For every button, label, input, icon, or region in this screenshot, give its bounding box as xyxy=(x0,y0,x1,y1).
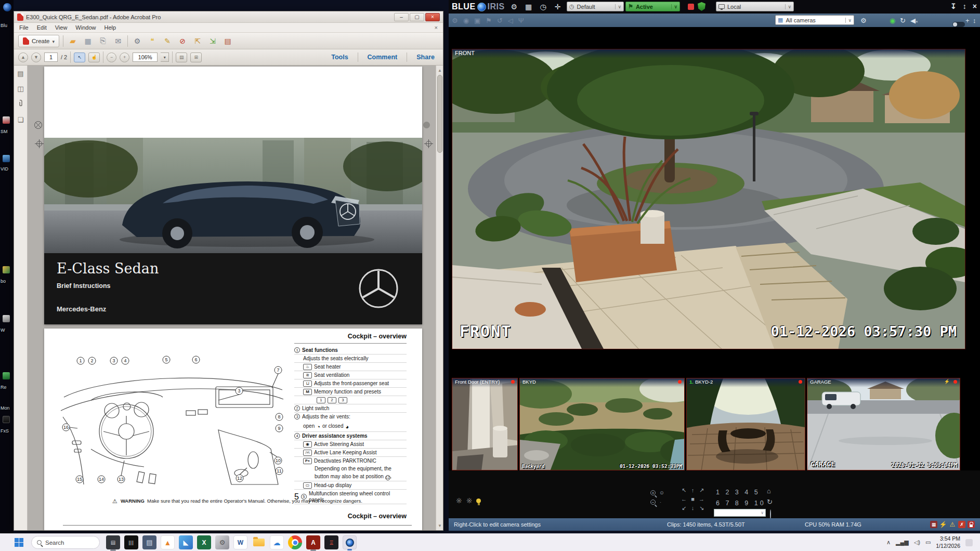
desktop-icon-label[interactable]: W xyxy=(1,327,14,333)
camera-record-icon[interactable]: ◉ xyxy=(463,17,469,24)
camera-filter-dropdown[interactable]: All cameras∨ xyxy=(775,15,854,25)
desktop-icon-label[interactable]: Mon xyxy=(1,405,14,411)
power-status-icon[interactable]: ◉ xyxy=(890,17,895,24)
taskbar-excel-icon[interactable]: X xyxy=(197,535,211,549)
taskbar-tool-icon[interactable]: ⚙ xyxy=(215,535,229,549)
hand-tool-icon[interactable]: ☝ xyxy=(88,53,100,62)
taskbar-files-icon[interactable]: ▤ xyxy=(142,535,156,549)
ptz-down-icon[interactable]: ↓ xyxy=(688,504,697,513)
desktop-app-icon[interactable] xyxy=(3,155,10,162)
zoom-dropdown-icon[interactable]: ▾ xyxy=(161,53,169,62)
profile-dropdown[interactable]: Default∨ xyxy=(567,2,624,11)
camera-snapshot-icon[interactable]: ▣ xyxy=(474,17,480,24)
restore-button[interactable]: ▢ xyxy=(410,13,424,21)
document-canvas[interactable]: E-Class Sedan Brief Instructions Mercede… xyxy=(28,65,436,530)
taskbar-media-icon[interactable]: Ξ xyxy=(324,535,338,549)
ptz-stop-icon[interactable]: ■ xyxy=(688,495,697,504)
select-tool-icon[interactable]: ↖ xyxy=(74,53,85,62)
zoom-level-input[interactable]: 106% xyxy=(133,53,158,62)
tools-tab[interactable]: Tools xyxy=(327,54,352,61)
attachments-icon[interactable] xyxy=(18,100,24,109)
camera-thumb-garage[interactable]: GARAGE GARAGE 2026-01-12 3:53:04PM xyxy=(807,378,960,470)
menu-view[interactable]: View xyxy=(55,24,68,31)
menu-edit[interactable]: Edit xyxy=(37,24,47,31)
acrobat-titlebar[interactable]: E300_Quick QRG_E_Sedan.pdf - Adobe Acrob… xyxy=(14,11,443,23)
server-dropdown[interactable]: Local∨ xyxy=(716,2,794,11)
zoom-out-button[interactable]: − xyxy=(107,53,116,62)
taskbar-folder-icon[interactable] xyxy=(252,535,266,549)
minimize-button[interactable]: – xyxy=(394,13,409,21)
fullscreen-icon[interactable]: ↕ xyxy=(963,2,966,10)
taskbar-acrobat-icon[interactable]: A xyxy=(306,535,320,549)
menu-file[interactable]: File xyxy=(19,24,29,31)
refresh-icon[interactable]: ↻ xyxy=(900,17,906,24)
menu-window[interactable]: Window xyxy=(75,24,96,31)
schedule-clock-icon[interactable]: ◷ xyxy=(538,3,548,11)
ptz-down-left-icon[interactable]: ↙ xyxy=(680,504,688,513)
desktop-app-icon[interactable] xyxy=(3,315,10,322)
record-indicator-icon[interactable] xyxy=(688,4,694,10)
battery-icon[interactable]: ▭ xyxy=(925,539,931,546)
blueiris-desktop-icon[interactable] xyxy=(3,3,11,11)
taskbar-notepad-icon[interactable]: ▤ xyxy=(106,535,120,549)
next-page-button[interactable]: ▼ xyxy=(31,53,41,62)
sign-pencil-icon[interactable] xyxy=(162,35,173,47)
print-icon[interactable] xyxy=(97,35,109,47)
clips-icon[interactable]: ▦ xyxy=(524,3,534,11)
ptz-left-icon[interactable]: ← xyxy=(680,495,688,504)
recording-status-icon[interactable] xyxy=(930,521,937,528)
desktop-icon-label[interactable]: Re xyxy=(1,385,14,390)
create-button[interactable]: Create xyxy=(18,35,59,47)
ptz-move-icon[interactable]: ✛ xyxy=(553,3,563,11)
fit-width-icon[interactable]: ⊞ xyxy=(190,53,202,62)
desktop-app-icon[interactable] xyxy=(3,416,10,423)
brightness-icon[interactable]: ※ xyxy=(456,496,462,505)
search-input[interactable]: Search xyxy=(31,536,100,549)
camera-power-icon[interactable]: ↺ xyxy=(497,17,503,24)
ptz-home-icon[interactable]: ⌂ xyxy=(767,487,773,495)
desktop-app-icon[interactable] xyxy=(3,372,10,379)
ir-light-icon[interactable] xyxy=(476,498,481,503)
email-icon[interactable] xyxy=(112,35,124,47)
share-tab[interactable]: Share xyxy=(412,54,439,61)
error-status-icon[interactable] xyxy=(958,521,965,528)
taskbar-photos-icon[interactable]: ◣ xyxy=(179,535,193,549)
scrollbar-thumb[interactable] xyxy=(437,75,442,153)
desktop-icon-label[interactable]: FxS xyxy=(1,428,14,434)
settings-gear-icon[interactable]: ⚙ xyxy=(509,3,519,11)
trigger-status-icon[interactable] xyxy=(939,521,947,528)
minimize-to-tray-icon[interactable]: ↧ xyxy=(950,2,957,10)
page-thumbnails-icon[interactable]: ▤ xyxy=(17,70,23,77)
tray-overflow-icon[interactable]: ∧ xyxy=(886,539,891,546)
add-icon[interactable]: + xyxy=(965,17,970,24)
comment-tab[interactable]: Comment xyxy=(363,54,402,61)
layers-icon[interactable]: ❏ xyxy=(18,116,24,124)
start-button[interactable] xyxy=(11,535,26,550)
close-icon[interactable]: × xyxy=(973,2,977,10)
save-icon[interactable] xyxy=(82,35,94,47)
active-state-dropdown[interactable]: Active∨ xyxy=(625,2,680,11)
taskbar-blueiris-icon[interactable] xyxy=(343,535,357,549)
desktop-app-icon[interactable] xyxy=(3,116,10,124)
ptz-up-right-icon[interactable]: ↗ xyxy=(697,486,706,495)
zoom-in-button[interactable]: + xyxy=(120,53,129,62)
audio-muted-icon[interactable]: ◀× xyxy=(910,17,918,24)
taskbar-chrome-icon[interactable] xyxy=(288,535,302,549)
camera-mic-icon[interactable]: Ψ xyxy=(518,17,524,24)
focus-near-icon[interactable]: · xyxy=(660,500,661,505)
menu-help[interactable]: Help xyxy=(104,24,116,31)
ptz-cycle-icon[interactable]: ↻ xyxy=(767,498,773,506)
contrast-icon[interactable]: ※ xyxy=(466,496,473,505)
camera-audio-icon[interactable]: ◁ xyxy=(508,17,513,24)
comment-bubble-icon[interactable] xyxy=(147,35,158,47)
vertical-scrollbar[interactable]: ▲ ▼ xyxy=(436,65,443,530)
pane-close-icon[interactable]: × xyxy=(435,24,438,31)
ptz-up-left-icon[interactable]: ↖ xyxy=(680,486,688,495)
camera-thumb-bkyd2[interactable]: 1.BKYD-2 xyxy=(686,378,805,470)
main-camera-feed[interactable]: FRONT FRONT 01-12-2026 03:57:30 PM xyxy=(452,49,965,349)
desktop-icon-label[interactable]: Blu xyxy=(1,23,14,28)
ptz-down-right-icon[interactable]: ↘ xyxy=(697,504,706,513)
desktop-icon-label[interactable]: bo xyxy=(1,279,14,284)
page-number-input[interactable]: 1 xyxy=(44,53,58,62)
stream-toggle[interactable] xyxy=(952,22,965,27)
